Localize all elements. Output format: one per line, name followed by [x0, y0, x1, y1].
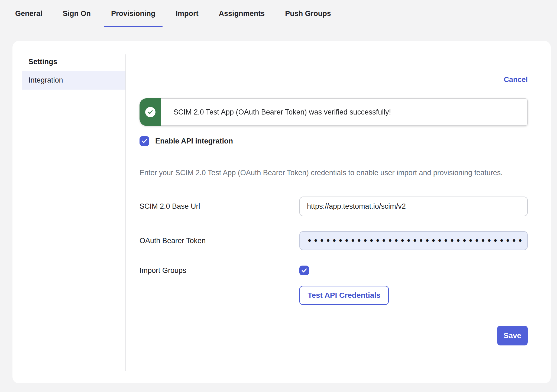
check-circle-icon: [145, 107, 156, 117]
base-url-input[interactable]: [299, 197, 528, 216]
oauth-token-input[interactable]: [299, 231, 528, 250]
enable-api-checkbox[interactable]: [140, 136, 149, 146]
import-groups-checkbox[interactable]: [299, 266, 309, 275]
cancel-link[interactable]: Cancel: [504, 76, 528, 84]
oauth-token-label: OAuth Bearer Token: [140, 237, 299, 245]
app-tab-bar: General Sign On Provisioning Import Assi…: [8, 0, 551, 27]
success-banner-message: SCIM 2.0 Test App (OAuth Bearer Token) w…: [173, 108, 391, 116]
tab-provisioning[interactable]: Provisioning: [104, 9, 163, 27]
tab-push-groups[interactable]: Push Groups: [278, 9, 338, 27]
save-button[interactable]: Save: [497, 326, 528, 345]
sidebar-item-label: Integration: [28, 76, 63, 84]
success-banner-accent: [140, 98, 161, 126]
cancel-row: Cancel: [140, 76, 528, 84]
base-url-row: SCIM 2.0 Base Url: [140, 197, 528, 216]
success-banner-message-box: SCIM 2.0 Test App (OAuth Bearer Token) w…: [161, 98, 528, 126]
checkmark-icon: [141, 138, 148, 144]
oauth-token-row: OAuth Bearer Token: [140, 231, 528, 250]
settings-sidebar: Settings Integration: [12, 41, 125, 90]
base-url-label: SCIM 2.0 Base Url: [140, 202, 299, 211]
sidebar-heading: Settings: [28, 58, 125, 66]
checkmark-icon: [301, 267, 307, 274]
tab-sign-on[interactable]: Sign On: [56, 9, 98, 27]
test-credentials-row: Test API Credentials: [140, 286, 528, 305]
enable-api-label: Enable API integration: [155, 137, 233, 145]
provisioning-card: Settings Integration Cancel SCIM 2.0 Tes…: [12, 41, 551, 383]
sidebar-item-integration[interactable]: Integration: [22, 71, 125, 90]
import-groups-label: Import Groups: [140, 266, 299, 275]
credentials-description: Enter your SCIM 2.0 Test App (OAuth Bear…: [140, 166, 519, 179]
integration-settings-panel: Cancel SCIM 2.0 Test App (OAuth Bearer T…: [125, 41, 551, 345]
sidebar-divider: [125, 54, 126, 371]
active-tab-underline: [104, 26, 163, 27]
tab-import[interactable]: Import: [169, 9, 206, 27]
success-banner: SCIM 2.0 Test App (OAuth Bearer Token) w…: [140, 98, 528, 126]
save-row: Save: [140, 326, 528, 345]
tab-provisioning-label: Provisioning: [111, 9, 156, 18]
tab-general[interactable]: General: [8, 9, 50, 27]
import-groups-row: Import Groups: [140, 266, 528, 275]
test-api-credentials-button[interactable]: Test API Credentials: [299, 286, 389, 305]
enable-api-row: Enable API integration: [140, 136, 528, 146]
tab-assignments[interactable]: Assignments: [212, 9, 272, 27]
